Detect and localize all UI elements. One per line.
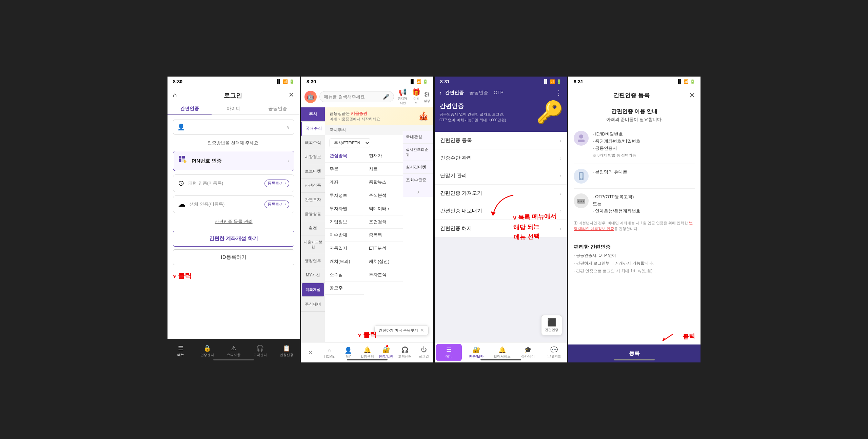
grid-order[interactable]: 주문 (325, 163, 364, 176)
header-tab-common[interactable]: 공동인증 (469, 90, 488, 96)
left-item-overseas[interactable]: 해외주식 (301, 136, 325, 150)
grid-invest-analysis[interactable]: 투자분석 (364, 268, 403, 281)
nav2-alerts-label: 알림센터 (360, 354, 374, 359)
more-icon[interactable]: ⋮ (555, 89, 562, 97)
grid-auto[interactable]: 자동일지 (325, 242, 364, 255)
grid-invest-info[interactable]: 투자정보 (325, 189, 364, 202)
home-indicator-2 (347, 359, 388, 360)
left-item-deriv[interactable]: 파생상품 (301, 179, 325, 193)
home-icon[interactable]: ⌂ (173, 91, 177, 99)
grid-fraction[interactable]: 소수점 (325, 268, 364, 281)
grid-filter[interactable]: 조건검색 (364, 215, 403, 229)
nav2-home[interactable]: ⌂ HOME (320, 342, 339, 362)
list-item-register[interactable]: 간편인증 등록 › (435, 132, 567, 149)
header-tab-otp[interactable]: OTP (494, 90, 504, 96)
grid-top[interactable]: 종목특 (364, 229, 403, 242)
list-item-import[interactable]: 간편인증 가져오기 › (435, 185, 567, 202)
pin-method-item[interactable]: ✋ PIN번호 인증 › (173, 151, 294, 171)
left-item-market[interactable]: 시장정보 (301, 150, 325, 164)
grid-company[interactable]: 기업정보 (325, 215, 364, 229)
remote-icon: 💬 (550, 346, 558, 354)
complaint-icon: 📋 (283, 344, 290, 352)
battery-icon-4: 🔋 (690, 79, 695, 84)
menu-search[interactable]: 🎤 (319, 91, 394, 102)
list-item-cancel[interactable]: 간편인증 해지 › (435, 220, 567, 237)
pattern-method-item[interactable]: ⊙ 패턴 인증(미등록) 등록하기 › (173, 174, 294, 192)
left-item-domestic[interactable]: 국내주식 (301, 122, 325, 136)
grid-chart[interactable]: 차트 (364, 163, 403, 176)
nav-menu[interactable]: ☰ 메뉴 (167, 339, 194, 362)
bio-method-item[interactable]: ☁ 생체 인증(미등록) 등록하기 › (173, 195, 294, 213)
nav2-close[interactable]: ✕ (301, 342, 320, 362)
left-item-robo[interactable]: 로보마켓 (301, 164, 325, 179)
nav-complaint[interactable]: 📋 민원신청 (273, 339, 300, 362)
announcement-icon: 📢 (398, 88, 407, 96)
svg-point-12 (578, 201, 579, 202)
close-icon[interactable]: ✕ (289, 91, 294, 99)
svg-point-6 (579, 134, 583, 139)
nav3-menu[interactable]: ☰ 메뉴 (436, 344, 462, 361)
side-realtime-market[interactable]: 실시간마켓 (403, 161, 433, 174)
pattern-icon: ⊙ (178, 179, 184, 188)
left-item-loan[interactable]: 대출카드보험 (301, 235, 325, 254)
stock-type-select[interactable]: 주식/ETF/ETN (330, 139, 370, 147)
pattern-register-btn[interactable]: 등록하기 › (264, 180, 289, 187)
left-item-exchange[interactable]: 환전 (301, 221, 325, 235)
float-close-icon[interactable]: ✕ (420, 328, 424, 333)
bio-register-btn[interactable]: 등록하기 › (264, 201, 289, 208)
list-item-device[interactable]: 단말기 관리 › (435, 167, 567, 185)
tab-id[interactable]: 아이디 (212, 102, 256, 114)
float-popup[interactable]: 간단하게 미국 종목찾기 ✕ (374, 325, 429, 335)
header-tab-simple[interactable]: 간편인증 (445, 90, 464, 96)
side-menu: 국내관심 실시간조회순위 실시간마켓 조회수급증 › (403, 131, 433, 197)
open-account-btn[interactable]: 간편한 계좌개설 하기 (173, 231, 294, 247)
grid-bigdata[interactable]: 빅데이터 › (364, 202, 403, 215)
left-item-account[interactable]: 계좌개설 (302, 283, 324, 297)
grid-etf[interactable]: ETF분석 (364, 242, 403, 255)
hamburger-icon: ☰ (446, 346, 452, 354)
divider-3 (568, 237, 701, 237)
grid-catch-real[interactable]: 캐치(실전) (364, 255, 403, 268)
chatbot-avatar[interactable]: 🤖 (304, 91, 317, 103)
grid-stock-analysis[interactable]: 주식분석 (364, 189, 403, 202)
left-item-my[interactable]: MY자산 (301, 268, 325, 283)
grid-unsold[interactable]: 미수반대 (325, 229, 364, 242)
tab-common-auth[interactable]: 공동인증 (256, 102, 300, 114)
list-item-export[interactable]: 간편인증 내보내기 › (435, 202, 567, 220)
grid-ipo[interactable]: 공모주 (325, 281, 364, 295)
nav2-login[interactable]: ⏻ 로그인 (414, 342, 433, 362)
grid-watchlist[interactable]: 관심종목 (325, 149, 364, 163)
auth-badge (386, 345, 388, 347)
left-item-banking[interactable]: 뱅킹업무 (301, 254, 325, 268)
left-item-easy[interactable]: 간편투자 (301, 193, 325, 207)
announcement-icon-wrap[interactable]: 📢 공지/게시판 (397, 88, 409, 105)
grid-current-price[interactable]: 현재가 (364, 149, 403, 163)
nav2-customer[interactable]: 🎧 고객센터 (396, 342, 415, 362)
qr-button[interactable]: ⬛ 간편인증 (541, 315, 562, 335)
register-id-btn[interactable]: ID등록하기 (173, 249, 294, 265)
side-more-btn[interactable]: › (403, 186, 433, 197)
back-icon[interactable]: ‹ (439, 89, 441, 97)
mic-icon[interactable]: 🎤 (383, 93, 390, 100)
nav3-remote[interactable]: 💬 1:1원격교 (541, 342, 567, 362)
event-icon-wrap[interactable]: 🎁 이벤트 (412, 88, 420, 105)
grid-catch-demo[interactable]: 캐치(모의) (325, 255, 364, 268)
register-close-icon[interactable]: ✕ (689, 91, 695, 100)
list-item-manage[interactable]: 인증수단 관리 › (435, 149, 567, 167)
user-selector[interactable]: 👤 ∨ (173, 120, 294, 134)
auth-manage-link[interactable]: 간편인증 등록·관리 (167, 218, 300, 225)
register-title: 간편인증 등록 (608, 89, 655, 102)
left-item-financial[interactable]: 금융상품 (301, 207, 325, 221)
side-surge[interactable]: 조회수급증 (403, 174, 433, 186)
side-domestic-watch[interactable]: 국내관심 (403, 131, 433, 144)
left-item-lending[interactable]: 주식대여 (301, 297, 325, 312)
grid-investor[interactable]: 투자자별 (325, 202, 364, 215)
tab-simple-auth[interactable]: 간편인증 (167, 102, 212, 114)
settings-icon-wrap[interactable]: ⚙ 설정 (424, 90, 430, 103)
left-item-stock[interactable]: 주식 (301, 107, 325, 122)
promo-banner[interactable]: 금융상품은 키움증권 이제 키움증권에서 시작하세요 🎪 (325, 107, 433, 125)
grid-news[interactable]: 종합뉴스 (364, 176, 403, 189)
side-realtime-rank[interactable]: 실시간조회순위 (403, 144, 433, 161)
grid-account[interactable]: 계좌 (325, 176, 364, 189)
search-input[interactable] (324, 94, 381, 99)
